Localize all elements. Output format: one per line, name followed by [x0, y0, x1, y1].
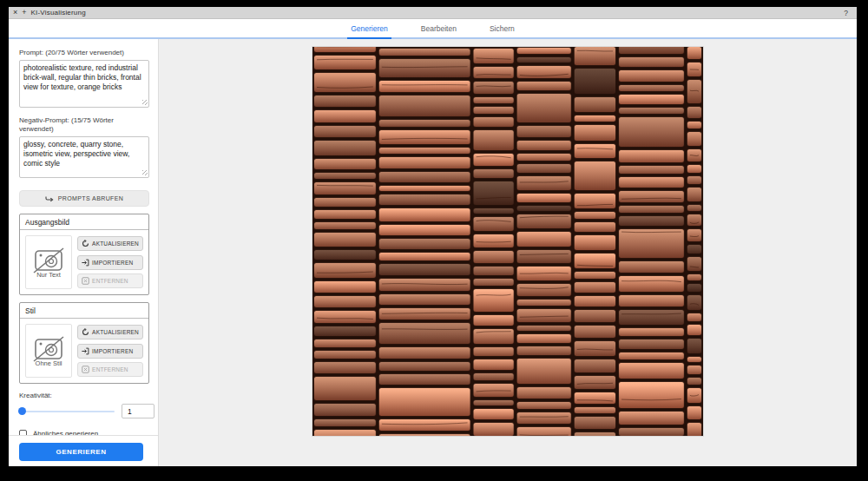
style-remove-button[interactable]: ENTFERNEN	[77, 362, 143, 377]
tab-sichern[interactable]: Sichern	[484, 19, 520, 37]
tab-generieren[interactable]: Generieren	[345, 19, 393, 37]
remove-icon	[82, 277, 89, 285]
creativity-slider-row	[19, 404, 155, 418]
negative-prompt-label: Negativ-Prompt: (15/75 Wörter verwendet)	[19, 116, 141, 134]
window-title: KI-Visualisierung	[31, 9, 86, 16]
import-icon	[82, 347, 89, 355]
remove-icon	[82, 366, 89, 373]
sidebar: Prompt: (20/75 Wörter verwendet) photore…	[9, 39, 159, 466]
creativity-value-input[interactable]	[122, 404, 155, 418]
style-title: Stil	[20, 303, 148, 319]
refresh-icon	[82, 328, 89, 336]
style-placeholder-label: Ohne Stil	[36, 359, 62, 367]
tab-bar: Generieren Bearbeiten Sichern	[9, 19, 857, 39]
source-remove-button[interactable]: ENTFERNEN	[77, 273, 143, 288]
creativity-label: Kreativität:	[19, 392, 148, 399]
style-group: Stil Ohne Stil	[19, 302, 149, 384]
app-window: × + KI-Visualisierung ? Generieren Bearb…	[9, 7, 857, 466]
return-arrow-icon	[45, 194, 54, 202]
source-image-title: Ausgangsbild	[20, 214, 148, 230]
source-image-group: Ausgangsbild Nur Text	[19, 214, 149, 295]
style-thumbnail[interactable]: Ohne Stil	[25, 324, 72, 378]
preview-area	[159, 39, 857, 466]
fetch-prompts-button[interactable]: PROMPTS ABRUFEN	[19, 190, 149, 207]
checkbox-generate-similar[interactable]: Ähnliches generieren	[19, 426, 148, 435]
sidebar-footer: GENERIEREN	[9, 435, 158, 466]
new-tab-icon[interactable]: +	[22, 9, 26, 16]
checkbox-icon	[19, 430, 27, 436]
source-image-thumbnail[interactable]: Nur Text	[25, 235, 72, 289]
import-icon	[82, 259, 89, 267]
titlebar: × + KI-Visualisierung ?	[9, 7, 857, 19]
tab-bearbeiten[interactable]: Bearbeiten	[416, 19, 462, 37]
source-refresh-button[interactable]: AKTUALISIEREN	[77, 236, 143, 251]
creativity-slider-track[interactable]	[19, 411, 115, 412]
refresh-icon	[82, 240, 89, 247]
negative-prompt-input[interactable]: glossy, concrete, quarry stone, isometri…	[19, 136, 149, 178]
creativity-slider-thumb[interactable]	[18, 407, 26, 415]
style-import-button[interactable]: IMPORTIEREN	[77, 344, 143, 359]
sidebar-scroll-area[interactable]: Prompt: (20/75 Wörter verwendet) photore…	[9, 39, 158, 435]
style-refresh-button[interactable]: AKTUALISIEREN	[77, 325, 143, 339]
source-import-button[interactable]: IMPORTIEREN	[77, 255, 143, 270]
generate-button[interactable]: GENERIEREN	[19, 443, 143, 461]
generated-texture-image	[312, 47, 703, 436]
close-icon[interactable]: ×	[13, 9, 17, 16]
prompt-input[interactable]: photorealistic texture, red industrial b…	[19, 60, 149, 108]
source-image-placeholder-label: Nur Text	[36, 271, 61, 279]
prompt-label: Prompt: (20/75 Wörter verwendet)	[19, 49, 141, 57]
help-icon[interactable]: ?	[844, 9, 848, 17]
options-checkbox-list: Ähnliches generieren Nahtlose Kacheln ei…	[19, 426, 148, 435]
